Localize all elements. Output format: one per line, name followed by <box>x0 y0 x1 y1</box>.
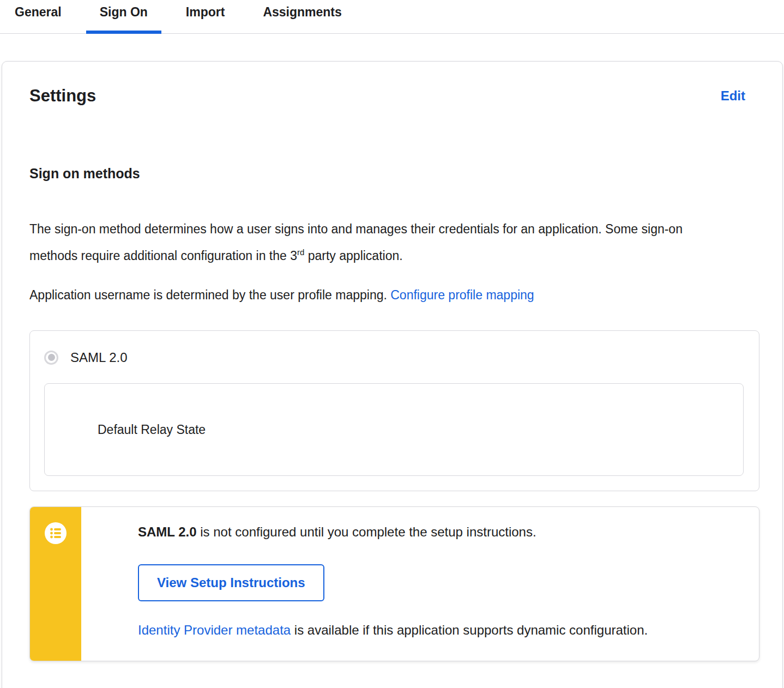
view-setup-instructions-button[interactable]: View Setup Instructions <box>138 564 324 601</box>
banner-body: SAML 2.0 is not configured until you com… <box>110 507 759 655</box>
identity-provider-metadata-link[interactable]: Identity Provider metadata <box>138 623 291 637</box>
saml-radio-row: SAML 2.0 <box>44 349 744 365</box>
username-mapping-description: Application username is determined by th… <box>29 282 692 309</box>
ordinal-superscript: rd <box>297 248 304 257</box>
settings-card-header: Settings Edit <box>29 86 759 106</box>
default-relay-state-label: Default Relay State <box>98 423 206 437</box>
settings-card: Settings Edit Sign on methods The sign-o… <box>2 61 783 688</box>
description-text-b: party application. <box>304 249 402 263</box>
banner-message-rest: is not configured until you complete the… <box>197 524 536 539</box>
sign-on-methods-description: The sign-on method determines how a user… <box>29 216 692 269</box>
tab-sign-on[interactable]: Sign On <box>86 0 161 34</box>
username-mapping-text: Application username is determined by th… <box>29 288 390 302</box>
tab-bar: General Sign On Import Assignments <box>0 0 784 34</box>
saml-method-card: SAML 2.0 Default Relay State <box>29 330 759 491</box>
saml-setup-banner: SAML 2.0 is not configured until you com… <box>29 506 759 661</box>
tab-assignments[interactable]: Assignments <box>249 0 355 34</box>
edit-link[interactable]: Edit <box>721 88 745 104</box>
tab-general[interactable]: General <box>1 0 75 34</box>
banner-footer: Identity Provider metadata is available … <box>138 622 737 638</box>
banner-message-bold: SAML 2.0 <box>138 524 197 539</box>
banner-message: SAML 2.0 is not configured until you com… <box>138 524 737 540</box>
banner-footer-rest: is available if this application support… <box>291 623 648 637</box>
page-title: Settings <box>29 86 96 106</box>
configure-profile-mapping-link[interactable]: Configure profile mapping <box>390 288 534 302</box>
list-icon <box>45 522 67 544</box>
saml-radio-label: SAML 2.0 <box>70 349 128 365</box>
saml-radio-button[interactable] <box>44 351 58 365</box>
tab-import[interactable]: Import <box>172 0 239 34</box>
default-relay-state-box: Default Relay State <box>44 383 744 476</box>
radio-selected-dot <box>48 354 55 361</box>
sign-on-methods-heading: Sign on methods <box>29 165 759 182</box>
